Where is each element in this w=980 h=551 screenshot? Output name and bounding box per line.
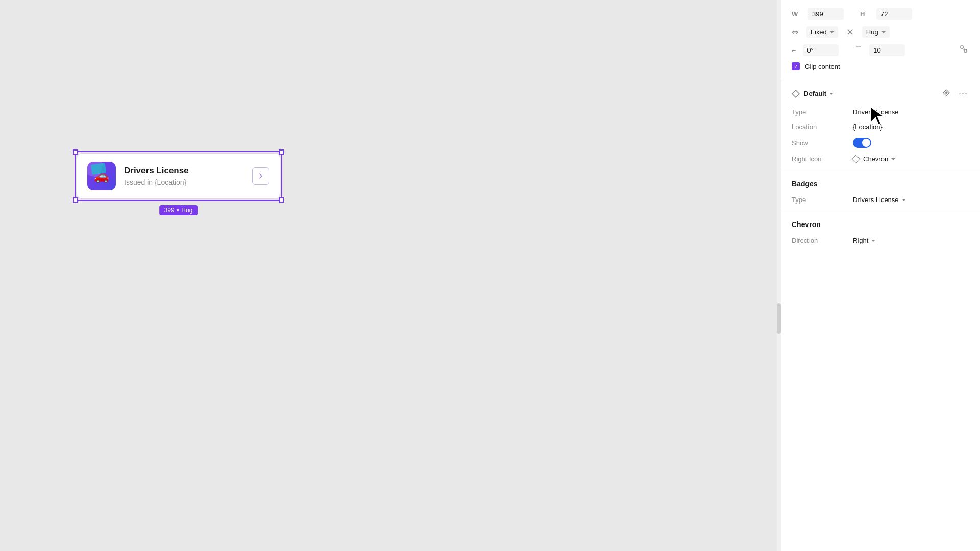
badges-section-title: Badges [792,180,970,188]
scrollbar-track[interactable] [777,0,781,551]
clip-content-row: ✓ Clip content [792,62,970,70]
type-key: Type [792,108,853,116]
selection-box: 🚗 Drivers License Issued in {Location} 3… [77,153,280,199]
default-title-dropdown[interactable]: Default [804,90,936,97]
sizing-row: ⇔ Fixed ✕ Hug [792,26,970,38]
car-icon: 🚗 [94,169,109,183]
diamond-icon [792,90,800,98]
badges-type-dropdown[interactable]: Drivers License [853,196,906,204]
svg-rect-0 [961,46,963,48]
canvas-area: 🚗 Drivers License Issued in {Location} 3… [0,0,781,551]
handle-top-left[interactable] [73,149,78,155]
card-title: Drivers License [124,166,244,176]
height-input[interactable] [876,8,912,20]
default-dropdown-chevron-icon [829,93,834,95]
width-label: W [792,10,804,18]
card-text-block: Drivers License Issued in {Location} [124,166,244,186]
diamond-small-icon [852,155,861,163]
svg-rect-1 [964,49,967,52]
card-icon-background: 🚗 [87,162,116,190]
canvas-element-wrapper[interactable]: 🚗 Drivers License Issued in {Location} 3… [77,153,280,199]
location-value: {Location} [853,123,883,131]
right-icon-key: Right Icon [792,155,853,163]
height-mode-dropdown[interactable]: Hug [862,26,890,38]
dimensions-section: W H ⇔ Fixed ✕ Hug ⌐ ⌒ [781,0,980,79]
right-icon-chevron-icon [891,158,895,160]
height-label: H [860,10,872,18]
show-row: Show [792,138,970,148]
location-key: Location [792,123,853,131]
rotation-corner-row: ⌐ ⌒ [792,44,970,56]
dimensions-row: W H [792,8,970,20]
width-mode-dropdown[interactable]: Fixed [806,26,838,38]
default-section-title: Default [804,90,936,97]
show-toggle[interactable] [853,138,871,148]
component-reset-button[interactable] [940,88,952,100]
direction-dropdown[interactable]: Right [853,237,875,244]
chevron-section-title: Chevron [792,220,970,229]
badges-section: Badges Type Drivers License [781,171,980,212]
chevron-right-icon [258,173,264,179]
checkmark-icon: ✓ [794,64,798,69]
clip-content-label: Clip content [805,63,840,70]
badges-type-key: Type [792,196,853,204]
default-section-header: Default ··· [792,87,970,100]
right-icon-dropdown[interactable]: Chevron [863,155,895,163]
rotation-input[interactable] [803,44,839,56]
resize-button[interactable] [958,44,970,56]
right-icon-row: Right Icon Chevron [792,155,970,163]
rotation-icon: ⌐ [792,46,796,54]
component-icon [942,89,950,97]
height-mode-chevron-icon [881,31,886,33]
more-options-button[interactable]: ··· [957,87,970,100]
scrollbar-thumb[interactable] [777,303,781,334]
default-section: Default ··· Type Drivers License Locatio… [781,79,980,171]
card-component[interactable]: 🚗 Drivers License Issued in {Location} [77,153,280,199]
width-input[interactable] [808,8,844,20]
toggle-track [853,138,871,148]
direction-chevron-icon [871,240,875,242]
resize-icon [960,45,968,53]
right-panel: W H ⇔ Fixed ✕ Hug ⌐ ⌒ [781,0,980,551]
badges-type-chevron-icon [902,199,906,201]
handle-top-right[interactable] [279,149,284,155]
times-icon: ✕ [846,27,854,38]
direction-key: Direction [792,237,853,244]
show-key: Show [792,139,853,147]
type-row: Type Drivers License [792,108,970,116]
card-subtitle: Issued in {Location} [124,178,244,186]
card-chevron-button[interactable] [252,167,270,185]
corner-radius-icon: ⌒ [855,45,862,55]
chevron-section: Chevron Direction Right [781,212,980,253]
location-row: Location {Location} [792,123,970,131]
corner-radius-input[interactable] [869,44,905,56]
width-mode-chevron-icon [830,31,834,33]
clip-content-checkbox[interactable]: ✓ [792,62,800,70]
handle-bottom-right[interactable] [279,197,284,203]
width-mode-icon: ⇔ [792,27,798,37]
toggle-thumb [862,139,870,147]
size-label: 399 × Hug [159,205,198,215]
right-icon-value-container: Chevron [853,155,895,163]
handle-bottom-left[interactable] [73,197,78,203]
type-value: Drivers License [853,108,899,116]
direction-row: Direction Right [792,237,970,244]
badges-type-row: Type Drivers License [792,196,970,204]
